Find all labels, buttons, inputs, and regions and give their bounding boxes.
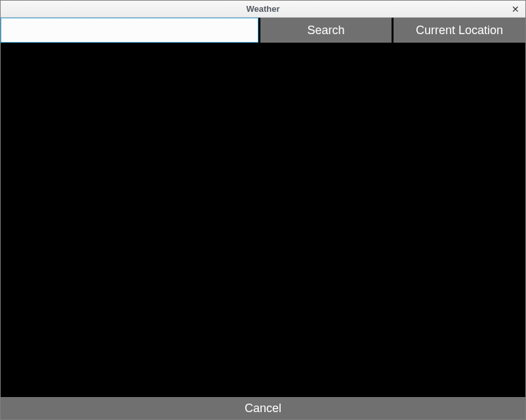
close-icon[interactable]: ✕ <box>510 4 521 14</box>
weather-window: Weather ✕ Search Current Location Cancel <box>0 0 526 420</box>
search-input[interactable] <box>1 18 258 43</box>
toolbar: Search Current Location <box>1 18 525 43</box>
footer-bar: Cancel <box>1 396 525 419</box>
current-location-button[interactable]: Current Location <box>394 18 525 43</box>
search-button[interactable]: Search <box>260 18 392 43</box>
window-title: Weather <box>246 4 279 14</box>
results-area <box>1 43 525 396</box>
titlebar: Weather ✕ <box>1 1 525 18</box>
cancel-button[interactable]: Cancel <box>1 397 525 419</box>
